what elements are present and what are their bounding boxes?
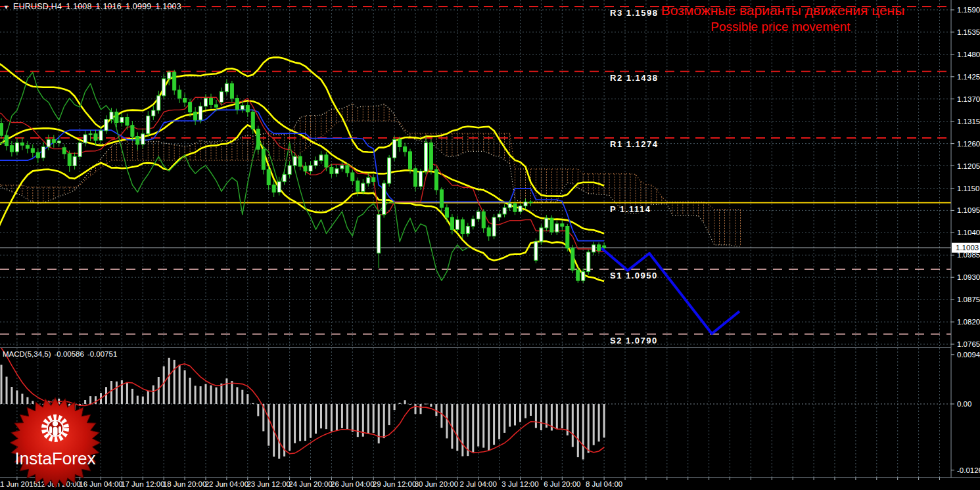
svg-text:1.1425: 1.1425 bbox=[957, 73, 980, 81]
svg-text:S1 1.0950: S1 1.0950 bbox=[610, 271, 658, 280]
ohlc-close: 1.1003 bbox=[155, 2, 181, 11]
chart-canvas[interactable]: R3 1.1598R2 1.1438R1 1.1274P 1.1114S1 1.… bbox=[0, 0, 980, 490]
svg-text:R3 1.1598: R3 1.1598 bbox=[610, 8, 659, 18]
ohlc-low: 1.0999 bbox=[126, 2, 151, 11]
svg-text:22 Jun 04:00: 22 Jun 04:00 bbox=[205, 480, 249, 488]
ohlc-high: 1.1016 bbox=[96, 2, 122, 11]
price-chart[interactable]: R3 1.1598R2 1.1438R1 1.1274P 1.1114S1 1.… bbox=[0, 0, 980, 490]
svg-text:23 Jun 12:00: 23 Jun 12:00 bbox=[246, 480, 291, 488]
svg-text:8 Jul 04:00: 8 Jul 04:00 bbox=[586, 480, 622, 488]
svg-text:30 Jun 20:00: 30 Jun 20:00 bbox=[415, 480, 459, 488]
svg-text:1.1315: 1.1315 bbox=[957, 118, 980, 125]
svg-text:0.00: 0.00 bbox=[957, 400, 971, 408]
svg-text:29 Jun 12:00: 29 Jun 12:00 bbox=[373, 480, 417, 488]
svg-text:18 Jun 20:00: 18 Jun 20:00 bbox=[163, 480, 207, 488]
svg-text:R1 1.1274: R1 1.1274 bbox=[610, 139, 659, 149]
instaforex-logo-text: InstaForex bbox=[15, 449, 96, 468]
svg-text:17 Jun 12:00: 17 Jun 12:00 bbox=[121, 480, 165, 488]
svg-text:1.0930: 1.0930 bbox=[957, 273, 980, 281]
macd-label: MACD(5,34,5) bbox=[3, 350, 51, 358]
annotation-title-en: Possible price movement bbox=[684, 20, 877, 34]
chevron-down-icon[interactable]: ▼ bbox=[3, 4, 9, 11]
ohlc-open: 1.1008 bbox=[66, 2, 91, 11]
svg-text:1.1480: 1.1480 bbox=[957, 51, 980, 58]
svg-text:1.0765: 1.0765 bbox=[957, 340, 980, 348]
svg-text:1.0875: 1.0875 bbox=[957, 296, 980, 303]
svg-text:1.0820: 1.0820 bbox=[957, 318, 980, 326]
svg-text:R2 1.1438: R2 1.1438 bbox=[610, 73, 659, 83]
svg-text:1.1095: 1.1095 bbox=[957, 206, 980, 214]
svg-text:1.1003: 1.1003 bbox=[956, 244, 979, 252]
svg-text:1.1535: 1.1535 bbox=[957, 28, 980, 36]
chart-window: R3 1.1598R2 1.1438R1 1.1274P 1.1114S1 1.… bbox=[0, 0, 980, 490]
svg-text:0.0094: 0.0094 bbox=[957, 351, 980, 359]
svg-text:1.1150: 1.1150 bbox=[957, 185, 979, 192]
svg-text:24 Jun 20:00: 24 Jun 20:00 bbox=[289, 480, 333, 488]
macd-main-value: -0.00586 bbox=[55, 350, 84, 358]
svg-text:-0.0126: -0.0126 bbox=[957, 466, 980, 474]
svg-text:1.1260: 1.1260 bbox=[957, 140, 980, 148]
instaforex-watermark: InstaForex bbox=[4, 397, 106, 490]
symbol-timeframe-label: EURUSD,H4 bbox=[13, 2, 62, 11]
svg-text:1.1205: 1.1205 bbox=[957, 162, 980, 170]
macd-signal-value: -0.00751 bbox=[87, 350, 117, 358]
svg-text:6 Jul 20:00: 6 Jul 20:00 bbox=[544, 480, 580, 488]
svg-text:1.1370: 1.1370 bbox=[957, 95, 980, 103]
svg-text:3 Jul 12:00: 3 Jul 12:00 bbox=[502, 480, 538, 488]
svg-text:2 Jul 04:00: 2 Jul 04:00 bbox=[460, 480, 497, 488]
svg-text:P 1.1114: P 1.1114 bbox=[610, 204, 651, 214]
annotation-title-ru: Возможные варианты движения цены bbox=[656, 3, 910, 18]
svg-text:26 Jun 04:00: 26 Jun 04:00 bbox=[331, 480, 375, 488]
starburst-shape bbox=[10, 397, 101, 488]
svg-text:1.1590: 1.1590 bbox=[957, 6, 980, 14]
svg-text:1.1040: 1.1040 bbox=[957, 229, 980, 236]
chart-header: ▼EURUSD,H41.10081.10161.09991.1003 bbox=[3, 2, 185, 11]
svg-text:S2 1.0790: S2 1.0790 bbox=[610, 336, 658, 345]
macd-header: MACD(5,34,5)-0.00586-0.00751 bbox=[3, 350, 120, 358]
